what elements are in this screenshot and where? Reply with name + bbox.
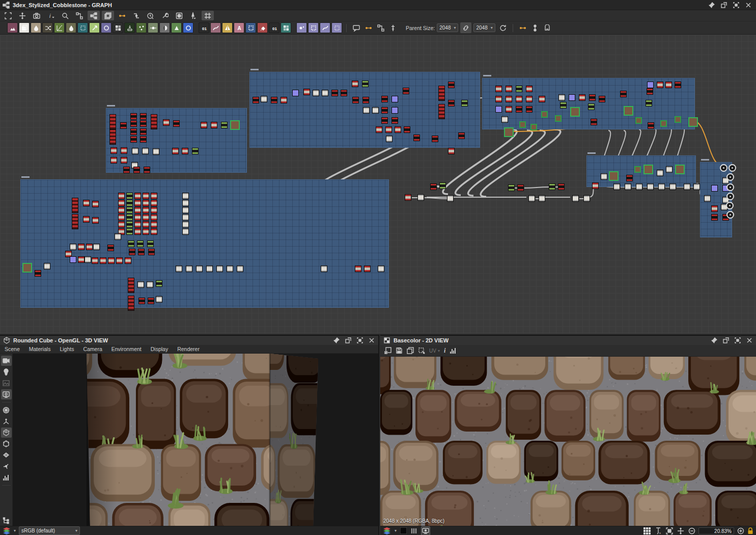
zoom-out-icon[interactable] (688, 527, 695, 534)
graph-node[interactable] (123, 167, 130, 173)
graph-node[interactable] (151, 207, 157, 213)
grid-toggle-button[interactable] (643, 527, 651, 534)
graph-node[interactable] (143, 228, 149, 235)
graph-node[interactable] (438, 104, 445, 119)
save-image-button[interactable] (396, 347, 403, 354)
comment-button[interactable] (351, 22, 362, 33)
zoom-lock-icon[interactable] (747, 527, 753, 534)
graph-node[interactable] (648, 122, 654, 129)
graph-node[interactable] (376, 126, 382, 133)
graph-node[interactable] (173, 120, 180, 127)
close-icon[interactable] (745, 2, 752, 9)
graph-node[interactable] (126, 214, 133, 221)
transform-node-button[interactable] (19, 22, 30, 33)
graph-node[interactable] (624, 106, 633, 116)
graph-node[interactable] (381, 117, 388, 124)
blend-node-button[interactable] (159, 22, 170, 33)
graph-node[interactable] (331, 90, 338, 96)
graph-node[interactable] (391, 117, 398, 124)
graph-node[interactable] (196, 265, 203, 272)
view2d-viewport[interactable] (380, 357, 756, 526)
graph-node[interactable] (519, 121, 526, 128)
close-icon[interactable] (746, 337, 753, 344)
preview-button[interactable] (173, 11, 185, 20)
graph-node[interactable] (151, 114, 157, 129)
graph-node[interactable] (186, 265, 192, 272)
graph-node[interactable] (72, 214, 78, 229)
graph-node[interactable] (495, 96, 502, 102)
graph-node[interactable] (121, 147, 127, 154)
graph-node[interactable] (693, 183, 700, 190)
graph-node[interactable] (588, 103, 595, 110)
graph-node[interactable] (237, 265, 243, 272)
graph-node[interactable] (657, 82, 663, 88)
export-image-button[interactable] (384, 347, 391, 354)
fx-quadrant-node-button[interactable] (308, 22, 319, 33)
graph-node[interactable] (151, 228, 157, 235)
graph-node[interactable] (495, 86, 502, 92)
graph-node[interactable] (253, 97, 259, 103)
cube-mesh-button[interactable] (1, 427, 12, 438)
histogram-3d-button[interactable] (1, 472, 12, 483)
graph-node[interactable] (143, 214, 149, 221)
graph-node[interactable] (362, 97, 369, 103)
turntable-button[interactable] (1, 461, 12, 471)
layers-button[interactable] (102, 11, 114, 20)
reset-size-icon[interactable] (497, 22, 509, 33)
fx-map-node-button[interactable] (296, 22, 307, 33)
graph-node[interactable] (458, 132, 465, 139)
graph-node[interactable] (643, 165, 653, 174)
graph-node[interactable] (526, 86, 533, 92)
graph-node[interactable] (613, 183, 620, 190)
graph-node[interactable] (118, 193, 125, 199)
graph-node[interactable] (176, 265, 182, 272)
clean-button[interactable] (187, 11, 200, 20)
graph-node[interactable] (134, 193, 141, 199)
graph-node[interactable] (128, 296, 134, 311)
curve-node-button[interactable] (210, 22, 221, 33)
graph-node[interactable] (140, 113, 147, 120)
graph-node[interactable] (558, 183, 565, 190)
graph-node[interactable] (720, 164, 727, 172)
maximize-icon[interactable] (733, 2, 740, 9)
graph-node[interactable] (726, 193, 734, 200)
graph-node[interactable] (148, 298, 154, 304)
link-creation-button[interactable] (73, 11, 86, 20)
graph-node[interactable] (156, 296, 162, 303)
graph-node[interactable] (404, 126, 410, 133)
graph-node[interactable] (182, 148, 188, 154)
lights-button[interactable] (1, 367, 12, 377)
graph-node[interactable] (675, 82, 681, 88)
graph-node[interactable] (647, 82, 654, 88)
graph-node[interactable] (711, 214, 718, 221)
graph-node[interactable] (684, 183, 690, 190)
graph-node[interactable] (448, 82, 455, 88)
graph-node[interactable] (126, 193, 133, 199)
graph-node[interactable] (182, 214, 189, 221)
graph-node[interactable] (70, 256, 76, 263)
float-window-icon[interactable] (345, 337, 352, 344)
graph-node[interactable] (321, 265, 327, 272)
histogram-button[interactable] (450, 347, 457, 354)
menu-display[interactable]: Display (146, 346, 173, 352)
graph-node[interactable] (635, 117, 642, 124)
graph-node[interactable] (558, 94, 565, 101)
graph-node[interactable] (92, 217, 99, 224)
zoom-level-field[interactable]: 20.83% (698, 527, 734, 534)
graph-node[interactable] (143, 207, 149, 213)
graph-node[interactable] (647, 88, 653, 95)
graph-node[interactable] (227, 265, 233, 272)
flood-fill-node-button[interactable] (257, 22, 268, 33)
graph-node[interactable] (601, 173, 607, 180)
pointer-info-button[interactable]: s (655, 527, 662, 534)
graph-node[interactable] (138, 298, 145, 304)
graph-node[interactable] (439, 182, 446, 189)
pin-node-button[interactable] (387, 22, 399, 33)
graph-node[interactable] (403, 88, 409, 94)
graph-node[interactable] (438, 86, 445, 101)
switch-01-node-button[interactable]: 01 (269, 22, 279, 33)
tools-button[interactable] (159, 11, 171, 20)
graph-node[interactable] (100, 257, 106, 264)
graph-node[interactable] (711, 205, 718, 212)
graph-node[interactable] (599, 96, 605, 102)
